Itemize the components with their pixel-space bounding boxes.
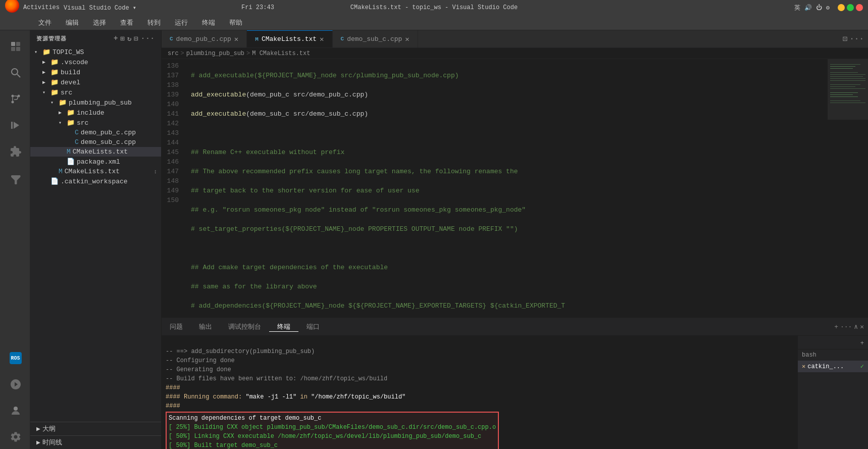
folder-icon: 📁 [50,68,59,76]
tab-close[interactable]: ✕ [234,35,238,43]
menu-terminal[interactable]: 终端 [199,17,218,28]
tree-item-topic-ws[interactable]: ▾ 📁 TOPIC_WS [30,47,161,57]
tree-spacer [59,149,67,155]
tree-spacer [50,169,59,174]
terminal-bash[interactable]: bash [798,350,868,361]
speaker-icon: 🔊 [804,4,812,12]
menu-file[interactable]: 文件 [35,17,55,28]
file-catkin-icon: 📄 [50,177,59,185]
editor-actions: ⊡ ··· [843,30,868,47]
file-c-icon: C [75,129,79,136]
code-content[interactable]: # add_executable(${PROJECT_NAME}_node sr… [187,59,828,318]
tree-item-demo-pub[interactable]: C demo_pub_c.cpp [30,128,161,137]
menu-edit[interactable]: 编辑 [63,17,82,28]
tree-item-include[interactable]: ▶ 📁 include [30,108,161,118]
terminal-content[interactable]: -- ==> add_subdirectory(plumbing_pub_sub… [162,336,797,449]
split-editor-icon[interactable]: ⊡ [843,34,848,44]
activity-account[interactable] [3,398,27,423]
tree-spacer [59,159,67,165]
folder-icon: 📁 [67,109,75,117]
tree-item-devel[interactable]: ▶ 📁 devel [30,77,161,87]
activity-source-control[interactable] [3,87,27,111]
file-c-icon: C [75,138,79,146]
menu-run[interactable]: 运行 [172,17,191,28]
settings-icon: ⚙ [826,4,830,12]
vscode-label: Visual Studio Code ▾ [64,4,136,12]
tree-arrow: ▾ [59,120,67,126]
tree-item-package-xml[interactable]: 📄 package.xml [30,157,161,167]
tab-close[interactable]: ✕ [320,35,324,43]
bc-src[interactable]: src [168,50,179,57]
panel-tab-problems[interactable]: 问题 [162,322,191,332]
svg-rect-29 [828,59,868,120]
new-file-icon[interactable]: + [114,34,118,43]
code-editor[interactable]: 136 137 138 139 140 141 142 143 144 145 … [162,59,868,318]
terminal-add-icon[interactable]: + [860,340,864,347]
activity-remote[interactable] [3,372,27,396]
tab-icon: C [170,36,173,42]
tab-cmake[interactable]: M CMakeLists.txt ✕ [247,30,332,47]
activity-explorer[interactable] [3,34,27,59]
activity-ros[interactable]: ROS [3,346,27,370]
menu-goto[interactable]: 转到 [144,17,164,28]
min-button[interactable] [838,4,845,11]
tree-item-cmake-root[interactable]: M CMakeLists.txt ↕ [30,167,161,176]
titlebar-title: CMakeLists.txt - topic_ws - Visual Studi… [350,4,518,11]
tree-item-catkin[interactable]: 📄 .catkin_workspace [30,176,161,186]
tree-item-vscode[interactable]: ▶ 📁 .vscode [30,57,161,67]
breadcrumb: src > plumbing_pub_sub > M CMakeLists.tx… [162,48,868,59]
menu-help[interactable]: 帮助 [226,17,245,28]
minimap [828,59,868,318]
activity-run-debug[interactable] [3,113,27,137]
tree-spacer [42,179,50,184]
panel-add-icon[interactable]: + [834,323,838,331]
svg-point-11 [14,407,18,411]
tree-arrow: ▶ [42,59,50,65]
collapse-icon[interactable]: ⊟ [134,34,138,43]
panel-more-icon[interactable]: ··· [840,323,852,331]
terminal-catkin[interactable]: ✕ catkin_... ✓ [798,361,868,372]
lang-indicator: 英 [794,4,800,12]
max-button[interactable] [847,4,854,11]
activity-extensions[interactable] [3,139,27,164]
tab-icon: M [255,36,259,42]
close-button[interactable] [856,4,863,11]
tab-demo-pub[interactable]: C demo_pub_c.cpp ✕ [162,30,247,47]
file-xml-icon: 📄 [67,158,75,166]
tree-item-plumbing[interactable]: ▾ 📁 plumbing_pub_sub [30,97,161,108]
more-icon[interactable]: ··· [141,34,155,43]
panel-expand-icon[interactable]: ∧ [854,323,858,331]
tree-item-demo-sub[interactable]: C demo_sub_c.cpp [30,137,161,147]
tab-icon: C [341,36,344,42]
svg-marker-9 [14,122,19,129]
file-cmake-icon2: M [59,168,63,175]
outline-section[interactable]: ▶ 大纲 [30,422,161,435]
tree-item-src-sub[interactable]: ▾ 📁 src [30,118,161,128]
panel-tab-terminal[interactable]: 终端 [269,322,298,332]
activity-search[interactable] [3,61,27,85]
tab-demo-sub[interactable]: C demo_sub_c.cpp ✕ [333,30,418,47]
panel-tab-output[interactable]: 输出 [191,322,220,332]
tree-item-build[interactable]: ▶ 📁 build [30,67,161,77]
tab-close[interactable]: ✕ [405,35,409,43]
svg-rect-10 [11,122,13,129]
refresh-icon[interactable]: ↻ [127,34,132,43]
activity-test[interactable] [3,168,27,192]
tree-item-cmake-active[interactable]: M CMakeLists.txt [30,147,161,157]
panel-tab-debug[interactable]: 调试控制台 [220,322,269,332]
editor-panel-container: 136 137 138 139 140 141 142 143 144 145 … [162,59,868,449]
activity-settings[interactable] [3,425,27,449]
new-folder-icon[interactable]: ⊞ [120,34,125,43]
menu-view[interactable]: 查看 [117,17,136,28]
bc-plumbing[interactable]: plumbing_pub_sub [186,50,244,57]
bc-cmake[interactable]: M CMakeLists.txt [252,50,310,57]
panel-tab-ports[interactable]: 端口 [298,322,328,332]
more-actions-icon[interactable]: ··· [849,34,864,43]
timeline-section[interactable]: ▶ 时间线 [30,435,161,449]
panel-close-icon[interactable]: ✕ [860,323,864,331]
tree-arrow: ▾ [42,89,50,95]
panel-tabs: 问题 输出 调试控制台 终端 端口 + ··· ∧ ✕ [162,318,868,336]
tree-item-src[interactable]: ▾ 📁 src [30,87,161,97]
menu-select[interactable]: 选择 [90,17,109,28]
tree-spacer [67,139,75,145]
